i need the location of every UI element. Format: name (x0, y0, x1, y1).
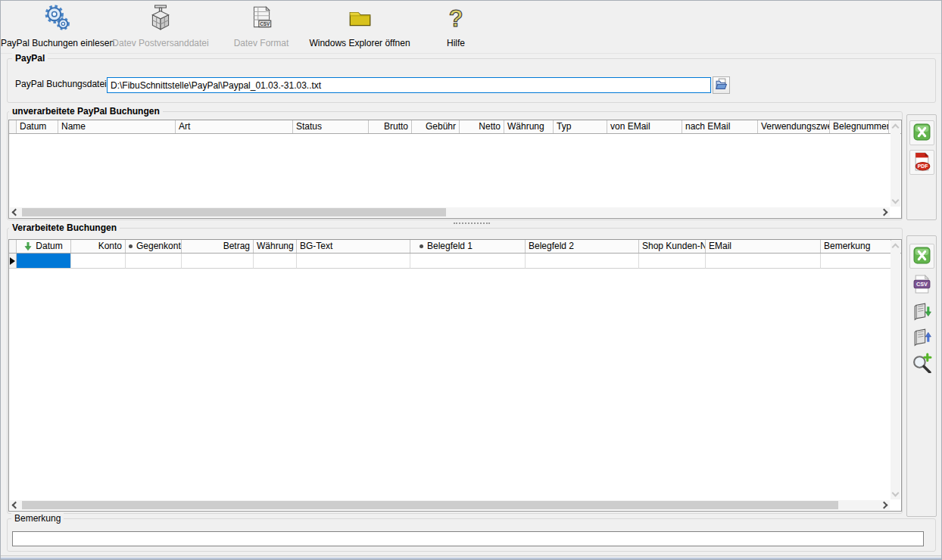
help-question-icon: ? (442, 5, 469, 32)
processed-horizontal-scrollbar[interactable] (10, 500, 890, 510)
export-csv-button[interactable]: CSV (909, 272, 934, 297)
unprocessed-horizontal-scrollbar[interactable] (10, 207, 890, 217)
pdf-export-icon: PDF (912, 151, 931, 174)
column-header-gegenkonto[interactable]: Gegenkonto (126, 240, 182, 253)
toolbar-button-datev-postversanddatei[interactable]: Datev Postversanddatei (114, 5, 207, 48)
grid-cell[interactable] (410, 254, 526, 269)
column-header-von-email[interactable]: von EMail (607, 120, 682, 133)
export-pdf-button[interactable]: PDF (909, 150, 934, 175)
grid-cell[interactable] (297, 254, 410, 269)
scroll-down-arrow[interactable] (892, 197, 900, 204)
grid-cell-datum-selected[interactable] (17, 254, 71, 269)
grid-cell[interactable] (821, 254, 891, 269)
svg-text:PDF: PDF (918, 163, 928, 169)
grid-cell[interactable] (254, 254, 297, 269)
column-header-belegfeld-1[interactable]: Belegfeld 1 (410, 240, 526, 253)
datev-crate-icon (147, 5, 174, 32)
scroll-down-arrow[interactable] (892, 490, 900, 497)
scroll-up-arrow[interactable] (892, 244, 900, 251)
column-header-shop-kunden-nr[interactable]: Shop Kunden-Nr. (639, 240, 706, 253)
scroll-left-arrow[interactable] (12, 209, 20, 216)
paypal-file-input[interactable] (107, 77, 711, 93)
dot-icon (420, 244, 423, 248)
toolbar-label: Windows Explorer öffnen (309, 38, 410, 48)
paypal-group-title: PayPal (12, 53, 48, 64)
column-header-nach-email[interactable]: nach EMail (682, 120, 758, 133)
sort-descending-green-arrow-icon (24, 241, 32, 251)
bemerkung-input[interactable] (12, 531, 924, 546)
export-excel-button[interactable] (909, 120, 934, 145)
grid-row-selected (9, 254, 901, 269)
column-header-art[interactable]: Art (176, 120, 293, 133)
paypal-groupbox: PayPal PayPal Buchungsdatei (7, 58, 936, 103)
column-header-typ[interactable]: Typ (554, 120, 607, 133)
scroll-right-arrow[interactable] (881, 209, 888, 216)
paypal-file-label: PayPal Buchungsdatei (15, 79, 107, 89)
book-export-blue-arrow-icon (912, 327, 932, 350)
column-header-waehrung[interactable]: Währung (504, 120, 554, 133)
current-row-arrow-icon (10, 257, 15, 265)
column-header-label: Datum (36, 240, 62, 253)
toolbar-button-datev-format[interactable]: CSV Datev Format (231, 5, 292, 48)
gears-icon (44, 5, 71, 32)
column-header-betrag[interactable]: Betrag (182, 240, 254, 253)
scrollbar-thumb[interactable] (22, 501, 838, 509)
column-header-waehrung[interactable]: Währung (254, 240, 297, 253)
datev-csv-ledger-icon: CSV (248, 5, 275, 32)
splitter-grip[interactable] (454, 222, 490, 226)
toolbar-label: Hilfe (447, 38, 465, 48)
export-bookings-button[interactable] (909, 325, 934, 350)
book-import-green-arrow-icon (912, 301, 932, 324)
grid-cell[interactable] (639, 254, 706, 269)
import-bookings-button[interactable] (909, 300, 934, 325)
processed-group-title: Verarbeitete Buchungen (9, 222, 120, 234)
grid-cell[interactable] (71, 254, 126, 269)
current-row-indicator (9, 254, 17, 269)
row-indicator-header (9, 240, 17, 253)
row-indicator-header (9, 120, 17, 133)
grid-cell[interactable] (182, 254, 254, 269)
column-header-datum[interactable]: Datum (17, 120, 58, 133)
scrollbar-thumb[interactable] (22, 208, 446, 216)
open-file-icon (715, 78, 728, 92)
toolbar-button-windows-explorer[interactable]: Windows Explorer öffnen (308, 5, 411, 48)
column-header-verwendungszweck[interactable]: Verwendungszweck (758, 120, 830, 133)
bemerkung-groupbox: Bemerkung (7, 518, 936, 552)
export-excel-button[interactable] (909, 244, 934, 269)
column-header-netto[interactable]: Netto (460, 120, 504, 133)
toolbar-button-hilfe[interactable]: ? Hilfe (435, 5, 476, 48)
unprocessed-vertical-scrollbar[interactable] (891, 121, 900, 207)
column-header-bg-text[interactable]: BG-Text (297, 240, 410, 253)
grid-cell[interactable] (526, 254, 639, 269)
dot-icon (129, 244, 133, 248)
processed-grid-header: Datum Konto Gegenkonto Betrag Währung BG… (9, 240, 901, 254)
scroll-right-arrow[interactable] (881, 502, 888, 509)
app-window: PayPal Buchungen einlesen Datev Postvers… (0, 0, 942, 560)
toolbar-separator (1, 53, 941, 54)
column-header-gebuehr[interactable]: Gebühr (412, 120, 460, 133)
scroll-up-arrow[interactable] (892, 124, 900, 132)
scroll-left-arrow[interactable] (12, 502, 20, 509)
grid-cell[interactable] (126, 254, 182, 269)
column-header-belegnummer[interactable]: Belegnummer (830, 120, 889, 133)
column-header-label: Gegenkonto (136, 240, 182, 253)
processed-vertical-scrollbar[interactable] (891, 241, 900, 499)
column-header-datum[interactable]: Datum (17, 240, 71, 253)
column-header-konto[interactable]: Konto (71, 240, 126, 253)
column-header-email[interactable]: EMail (706, 240, 821, 253)
toolbar-button-paypal-einlesen[interactable]: PayPal Buchungen einlesen (4, 5, 111, 48)
browse-file-button[interactable] (713, 76, 730, 94)
column-header-name[interactable]: Name (58, 120, 176, 133)
svg-text:CSV: CSV (916, 281, 928, 288)
column-header-status[interactable]: Status (293, 120, 369, 133)
grid-cell[interactable] (706, 254, 821, 269)
processed-grid: Datum Konto Gegenkonto Betrag Währung BG… (8, 239, 902, 512)
folder-icon (346, 5, 373, 32)
column-header-belegfeld-2[interactable]: Belegfeld 2 (526, 240, 639, 253)
column-header-brutto[interactable]: Brutto (369, 120, 412, 133)
column-header-bemerkung[interactable]: Bemerkung (821, 240, 891, 253)
column-header-label: Belegfeld 1 (427, 240, 473, 253)
unprocessed-grid-header: Datum Name Art Status Brutto Gebühr Nett… (9, 120, 901, 134)
processed-actions-panel: CSV (906, 235, 937, 517)
search-details-button[interactable] (909, 351, 934, 376)
